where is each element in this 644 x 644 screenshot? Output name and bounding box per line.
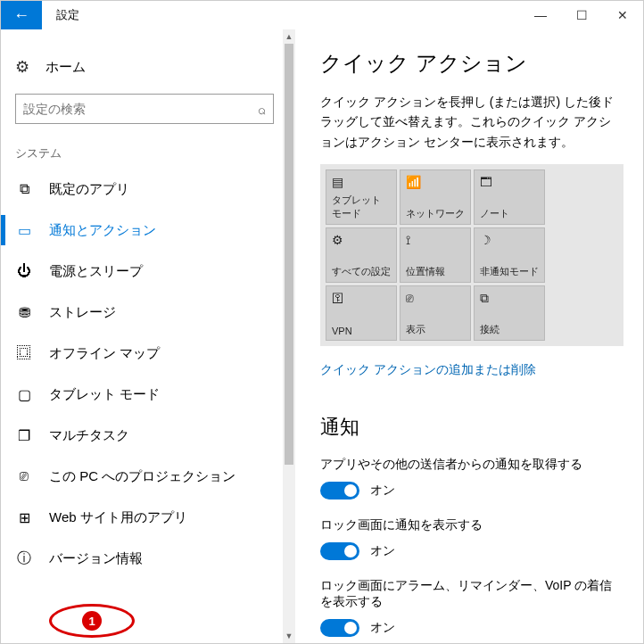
annotation-number: 1 — [88, 615, 95, 628]
tile-icon: ⚿ — [332, 291, 391, 307]
tile-label: VPN — [332, 326, 391, 336]
search-box[interactable]: ⌕ — [15, 94, 274, 124]
quick-action-edit-link[interactable]: クイック アクションの追加または削除 — [320, 362, 622, 378]
sidebar-item-notification[interactable]: ▭通知とアクション — [1, 210, 295, 251]
toggle-state: オン — [370, 483, 395, 499]
tile-label: 表示 — [406, 323, 465, 336]
quick-action-tile[interactable]: ▤タブレット モード — [326, 169, 397, 225]
tile-label: 接続 — [480, 323, 539, 336]
toggle-state: オン — [370, 543, 395, 559]
quick-action-tile[interactable]: ⎚表示 — [400, 285, 471, 341]
annotation-oval: 1 — [49, 604, 135, 638]
tile-icon: ▤ — [332, 175, 391, 191]
close-button[interactable]: ✕ — [602, 1, 643, 29]
multitask-icon: ❐ — [15, 427, 33, 444]
toggle-row: アプリやその他の送信者からの通知を取得するオン — [320, 457, 622, 500]
titlebar: ← 設定 — ☐ ✕ — [1, 1, 643, 29]
sidebar-item-label: バージョン情報 — [49, 550, 143, 567]
sidebar-item-label: 既定のアプリ — [49, 181, 129, 198]
content-area: ⚙ ホーム ⌕ システム ⧉既定のアプリ▭通知とアクション⏻電源とスリープ⛃スト… — [1, 29, 643, 643]
map-icon: ⿴ — [15, 345, 33, 361]
toggle-switch[interactable] — [320, 542, 359, 560]
tablet-icon: ▢ — [15, 386, 33, 403]
tile-label: タブレット モード — [332, 194, 391, 220]
gear-icon: ⚙ — [15, 57, 29, 77]
tile-icon: ⟟ — [406, 233, 465, 249]
sidebar-item-tablet[interactable]: ▢タブレット モード — [1, 374, 295, 415]
quick-action-tile[interactable]: ⟟位置情報 — [400, 227, 471, 283]
quick-action-tile[interactable]: ⚿VPN — [326, 285, 397, 341]
toggle-state: オン — [370, 620, 395, 636]
notification-icon: ▭ — [15, 222, 33, 239]
webapps-icon: ⊞ — [15, 509, 33, 526]
info-icon: ⓘ — [15, 549, 33, 568]
storage-icon: ⛃ — [15, 304, 33, 321]
maximize-button[interactable]: ☐ — [561, 1, 602, 29]
tile-icon: ⧉ — [480, 291, 539, 307]
scroll-track[interactable] — [283, 44, 295, 629]
toggle-label: アプリやその他の送信者からの通知を取得する — [320, 457, 622, 473]
search-input[interactable] — [23, 102, 258, 116]
quick-action-tile[interactable]: ☽非通知モード — [474, 227, 545, 283]
tile-label: ノート — [480, 207, 539, 220]
tile-label: ネットワーク — [406, 207, 465, 220]
quick-action-grid: ▤タブレット モード📶ネットワーク🗔ノート⚙すべての設定⟟位置情報☽非通知モード… — [320, 164, 623, 346]
power-icon: ⏻ — [15, 263, 33, 279]
sidebar-item-label: この PC へのプロジェクション — [49, 468, 235, 485]
sidebar-item-label: オフライン マップ — [49, 345, 160, 362]
sidebar-item-map[interactable]: ⿴オフライン マップ — [1, 333, 295, 374]
toggle-switch[interactable] — [320, 619, 359, 637]
annotation-badge: 1 — [82, 611, 102, 631]
tile-icon: 📶 — [406, 175, 465, 191]
sidebar-nav: ⧉既定のアプリ▭通知とアクション⏻電源とスリープ⛃ストレージ⿴オフライン マップ… — [1, 169, 295, 643]
settings-window: ← 設定 — ☐ ✕ ⚙ ホーム ⌕ システム ⧉既定のアプリ▭通知とアクション… — [0, 0, 644, 644]
sidebar-item-label: 電源とスリープ — [49, 263, 143, 280]
main-panel: クイック アクション クイック アクションを長押し (または選択) した後ドラッ… — [295, 29, 643, 643]
toggle-label: ロック画面に通知を表示する — [320, 517, 622, 533]
sidebar-item-app-default[interactable]: ⧉既定のアプリ — [1, 169, 295, 210]
scroll-down-icon[interactable]: ▼ — [283, 629, 295, 643]
app-default-icon: ⧉ — [15, 181, 33, 197]
scroll-thumb[interactable] — [285, 44, 293, 465]
sidebar-item-label: Web サイト用のアプリ — [49, 509, 187, 526]
tile-icon: ⎚ — [406, 291, 465, 307]
sidebar-item-power[interactable]: ⏻電源とスリープ — [1, 251, 295, 292]
tile-icon: ☽ — [480, 233, 539, 249]
quick-action-tile[interactable]: ⚙すべての設定 — [326, 227, 397, 283]
tile-icon: 🗔 — [480, 175, 539, 191]
toggle-switch[interactable] — [320, 482, 359, 500]
search-icon: ⌕ — [258, 102, 266, 117]
window-buttons: — ☐ ✕ — [520, 1, 643, 29]
search-container: ⌕ — [1, 85, 295, 133]
toggle-control: オン — [320, 542, 622, 560]
quick-action-tile[interactable]: 🗔ノート — [474, 169, 545, 225]
quick-action-tile[interactable]: 📶ネットワーク — [400, 169, 471, 225]
sidebar-item-webapps[interactable]: ⊞Web サイト用のアプリ — [1, 497, 295, 538]
page-description: クイック アクションを長押し (または選択) した後ドラッグして並べ替えます。こ… — [320, 92, 622, 152]
sidebar-item-storage[interactable]: ⛃ストレージ — [1, 292, 295, 333]
sidebar-item-label: 通知とアクション — [49, 222, 156, 239]
sidebar-item-info[interactable]: ⓘバージョン情報 — [1, 538, 295, 579]
section-heading-notifications: 通知 — [320, 414, 622, 441]
sidebar-category: システム — [1, 133, 295, 169]
sidebar-item-multitask[interactable]: ❐マルチタスク — [1, 415, 295, 456]
back-button[interactable]: ← — [1, 1, 42, 29]
sidebar-item-label: マルチタスク — [49, 427, 129, 444]
scroll-up-icon[interactable]: ▲ — [283, 29, 295, 44]
toggle-row: ロック画面に通知を表示するオン — [320, 517, 622, 560]
sidebar-item-project[interactable]: ⎚この PC へのプロジェクション — [1, 456, 295, 497]
minimize-button[interactable]: — — [520, 1, 561, 29]
toggle-control: オン — [320, 619, 622, 637]
tile-icon: ⚙ — [332, 233, 391, 249]
project-icon: ⎚ — [15, 468, 33, 484]
toggle-label: ロック画面にアラーム、リマインダー、VoIP の着信を表示する — [320, 578, 622, 610]
toggle-row: ロック画面にアラーム、リマインダー、VoIP の着信を表示するオン — [320, 578, 622, 637]
tile-label: 非通知モード — [480, 265, 539, 278]
quick-action-tile[interactable]: ⧉接続 — [474, 285, 545, 341]
home-label: ホーム — [45, 59, 86, 76]
sidebar: ⚙ ホーム ⌕ システム ⧉既定のアプリ▭通知とアクション⏻電源とスリープ⛃スト… — [1, 29, 295, 643]
sidebar-scrollbar[interactable]: ▲ ▼ — [283, 29, 295, 643]
home-button[interactable]: ⚙ ホーム — [1, 49, 295, 85]
sidebar-item-label: タブレット モード — [49, 386, 160, 403]
sidebar-item-label: ストレージ — [49, 304, 116, 321]
